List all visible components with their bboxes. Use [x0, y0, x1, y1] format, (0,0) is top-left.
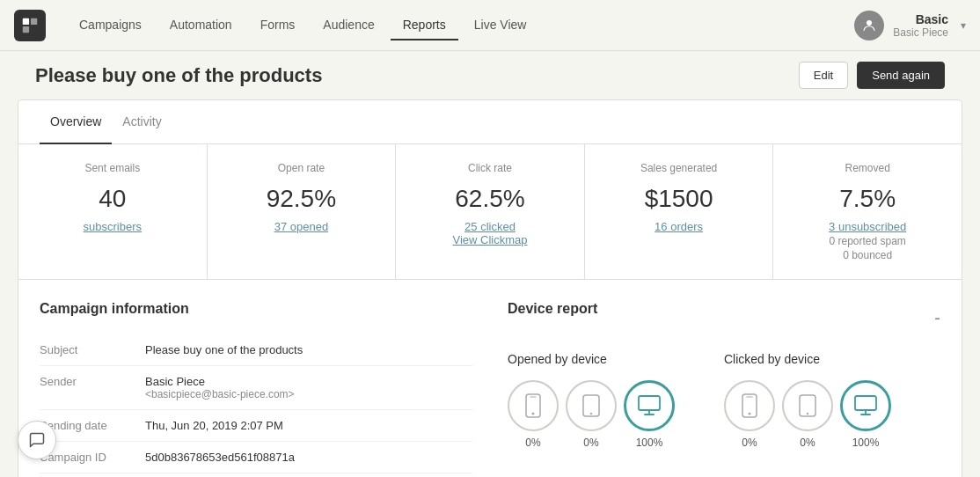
- device-report-header: Device report -: [508, 301, 940, 334]
- opened-by-device: Opened by device 0%: [508, 352, 724, 449]
- campaign-info-panel: Campaign information Subject Please buy …: [40, 301, 472, 473]
- clicked-desktop-circle: [840, 380, 891, 431]
- clicked-tablet-pct: 0%: [800, 437, 815, 449]
- svg-point-5: [532, 413, 535, 415]
- id-label: Campaign ID: [40, 451, 145, 464]
- opened-tablet-circle: [566, 380, 617, 431]
- stat-sales-value: $1500: [599, 185, 759, 213]
- page-header: Please buy one of the products Edit Send…: [0, 51, 980, 99]
- stat-click-rate: Click rate 62.5% 25 clicked View Clickma…: [396, 144, 585, 279]
- tabs: Overview Activity: [18, 100, 962, 144]
- edit-button[interactable]: Edit: [799, 62, 848, 89]
- clicked-device-icons: 0% 0%: [724, 380, 940, 449]
- info-row-subject: Subject Please buy one of the products: [40, 334, 472, 366]
- clicked-desktop-item: 100%: [840, 380, 891, 449]
- nav-automation[interactable]: Automation: [157, 11, 245, 40]
- svg-point-13: [749, 413, 751, 415]
- device-report-title: Device report: [508, 301, 597, 317]
- stat-sales-label: Sales generated: [599, 162, 759, 174]
- svg-point-16: [807, 413, 808, 415]
- opened-device-icons: 0% 0%: [508, 380, 724, 449]
- stat-removed-label: Removed: [787, 162, 947, 174]
- clicked-tablet-circle: [782, 380, 833, 431]
- clicked-tablet-item: 0%: [782, 380, 833, 449]
- clicked-desktop-pct: 100%: [852, 437, 880, 449]
- nav-links: Campaigns Automation Forms Audience Repo…: [67, 11, 854, 40]
- svg-point-3: [867, 20, 872, 26]
- spam-count: 0 reported spam: [787, 235, 947, 247]
- clicked-mobile-pct: 0%: [742, 437, 757, 449]
- campaign-info-title: Campaign information: [40, 301, 472, 317]
- date-value: Thu, Jun 20, 2019 2:07 PM: [145, 419, 283, 432]
- sender-email: <basicpiece@basic-piece.com>: [145, 388, 295, 400]
- sender-label: Sender: [40, 375, 145, 388]
- stat-open-label: Open rate: [222, 162, 382, 174]
- clicked-by-device-title: Clicked by device: [724, 352, 940, 366]
- nav-campaigns[interactable]: Campaigns: [67, 11, 154, 40]
- stat-sent-label: Sent emails: [33, 162, 193, 174]
- clickmap-link[interactable]: View Clickmap: [410, 233, 570, 246]
- subscribers-link[interactable]: subscribers: [33, 220, 193, 233]
- clicked-by-device: Clicked by device 0%: [724, 352, 940, 449]
- svg-point-8: [590, 413, 592, 415]
- user-name: Basic: [893, 12, 948, 26]
- clicked-mobile-item: 0%: [724, 380, 775, 449]
- svg-rect-17: [855, 396, 876, 410]
- stat-sent-emails: Sent emails 40 subscribers: [18, 144, 208, 279]
- user-info: Basic Basic Piece: [893, 12, 948, 39]
- user-menu[interactable]: Basic Basic Piece ▾: [854, 11, 966, 40]
- unsubscribed-link[interactable]: 3 unsubscribed: [787, 220, 947, 233]
- tab-overview[interactable]: Overview: [40, 100, 112, 144]
- info-row-date: Sending date Thu, Jun 20, 2019 2:07 PM: [40, 410, 472, 442]
- nav-forms[interactable]: Forms: [248, 11, 308, 40]
- opened-tablet-pct: 0%: [583, 437, 598, 449]
- subject-value: Please buy one of the products: [145, 343, 303, 356]
- subject-label: Subject: [40, 343, 145, 356]
- clicked-mobile-circle: [724, 380, 775, 431]
- top-navigation: Campaigns Automation Forms Audience Repo…: [0, 0, 980, 51]
- bottom-section: Campaign information Subject Please buy …: [18, 280, 962, 477]
- id-value: 5d0b83678653ed561f08871a: [145, 451, 295, 464]
- svg-rect-1: [31, 18, 37, 24]
- device-report-panel: Device report - Opened by device: [508, 301, 940, 473]
- main-content: Overview Activity Sent emails 40 subscri…: [18, 99, 962, 477]
- stat-click-label: Click rate: [410, 162, 570, 174]
- svg-rect-2: [23, 26, 29, 32]
- opened-by-device-title: Opened by device: [508, 352, 724, 366]
- chevron-down-icon: ▾: [961, 19, 966, 32]
- nav-audience[interactable]: Audience: [311, 11, 386, 40]
- bounced-count: 0 bounced: [787, 249, 947, 261]
- page-actions: Edit Send again: [799, 62, 945, 89]
- opened-desktop-circle: [624, 380, 675, 431]
- opened-mobile-pct: 0%: [525, 437, 540, 449]
- nav-liveview[interactable]: Live View: [462, 11, 539, 40]
- page-title: Please buy one of the products: [35, 64, 322, 87]
- orders-link[interactable]: 16 orders: [599, 220, 759, 233]
- info-row-sender: Sender Basic Piece <basicpiece@basic-pie…: [40, 366, 472, 410]
- sender-value: Basic Piece <basicpiece@basic-piece.com>: [145, 375, 295, 400]
- nav-reports[interactable]: Reports: [391, 11, 458, 40]
- collapse-button[interactable]: -: [934, 308, 940, 328]
- stat-open-value: 92.5%: [222, 185, 382, 213]
- info-row-id: Campaign ID 5d0b83678653ed561f08871a: [40, 442, 472, 473]
- stat-removed-value: 7.5%: [787, 185, 947, 213]
- device-columns: Opened by device 0%: [508, 352, 940, 449]
- opened-desktop-item: 100%: [624, 380, 675, 449]
- svg-rect-0: [23, 18, 29, 24]
- send-again-button[interactable]: Send again: [857, 62, 945, 89]
- opened-mobile-circle: [508, 380, 559, 431]
- stat-sent-value: 40: [33, 185, 193, 213]
- opened-link[interactable]: 37 opened: [222, 220, 382, 233]
- stat-sales: Sales generated $1500 16 orders: [585, 144, 774, 279]
- stat-open-rate: Open rate 92.5% 37 opened: [208, 144, 397, 279]
- tab-activity[interactable]: Activity: [112, 100, 172, 144]
- user-subtitle: Basic Piece: [893, 26, 948, 39]
- svg-rect-9: [639, 396, 660, 410]
- opened-tablet-item: 0%: [566, 380, 617, 449]
- logo[interactable]: [14, 10, 46, 41]
- clicked-link[interactable]: 25 clicked: [410, 220, 570, 233]
- opened-mobile-item: 0%: [508, 380, 559, 449]
- opened-desktop-pct: 100%: [636, 437, 663, 449]
- chat-button[interactable]: [18, 421, 56, 459]
- stat-click-value: 62.5%: [410, 185, 570, 213]
